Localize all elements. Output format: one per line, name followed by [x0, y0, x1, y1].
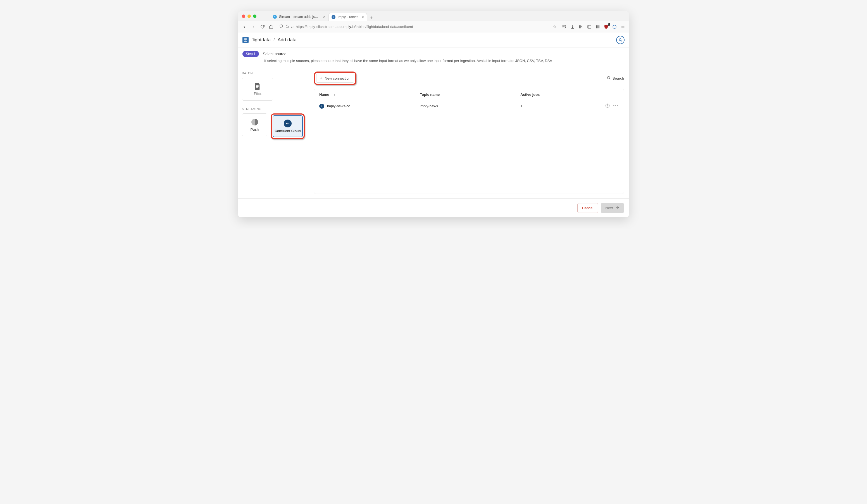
cancel-label: Cancel [582, 206, 593, 210]
window-minimize-button[interactable] [247, 14, 251, 18]
svg-rect-22 [287, 123, 288, 124]
browser-tab-active[interactable]: ➜ Imply - Tables × [329, 13, 367, 21]
new-connection-button[interactable]: + New connection [316, 74, 354, 83]
svg-rect-29 [322, 106, 322, 107]
svg-rect-4 [588, 25, 591, 28]
svg-rect-14 [244, 38, 247, 41]
col-topic-header[interactable]: Topic name [420, 93, 520, 97]
step-chip: Step 1 [243, 51, 259, 57]
batch-section-label: BATCH [242, 72, 305, 75]
step-bar: Step 1 Select source If selecting multip… [238, 47, 629, 67]
confluent-highlight: Confluent Cloud [271, 114, 305, 139]
svg-line-26 [609, 78, 610, 79]
shield-badge: 1 [608, 23, 610, 26]
info-icon[interactable] [605, 103, 610, 109]
url-text: https://imply-clickstream.app.imply.io/t… [296, 24, 413, 29]
step-title: Select source [263, 52, 287, 56]
extension-grid-icon[interactable] [595, 24, 600, 30]
svg-rect-20 [256, 87, 258, 88]
row-topic: imply-news [420, 104, 520, 108]
search-button[interactable]: Search [607, 76, 624, 81]
tab-label: Stream · stream-adsb-json [Dec [279, 15, 320, 19]
main: BATCH Files STREAMING Push [238, 67, 629, 199]
row-name: imply-news-cc [327, 104, 350, 108]
footer: Cancel Next [238, 199, 629, 217]
app-header: flightdata / Add data [238, 32, 629, 47]
ublock-shield-icon[interactable]: 1 [603, 24, 609, 30]
source-push-label: Push [250, 128, 259, 131]
settings-toggle-icon: ⇄ [291, 25, 293, 29]
tab-favicon-icon: ✕ [273, 15, 277, 19]
push-swirl-icon [251, 118, 259, 126]
sidebar-toggle-icon[interactable] [587, 24, 592, 30]
row-jobs: 1 [520, 104, 599, 108]
table-row[interactable]: imply-news-cc imply-news 1 ••• [314, 100, 624, 112]
new-connection-highlight: + New connection [314, 72, 356, 85]
search-label: Search [612, 76, 624, 81]
downloads-icon[interactable] [570, 24, 575, 30]
browser-tabs: ✕ Stream · stream-adsb-json [Dec × ➜ Imp… [270, 11, 376, 21]
svg-rect-28 [321, 106, 322, 107]
traffic-lights [242, 14, 256, 18]
tab-favicon-icon: ➜ [332, 15, 335, 19]
confluent-row-icon [319, 104, 324, 109]
breadcrumb: flightdata / Add data [243, 37, 297, 43]
source-confluent-label: Confluent Cloud [275, 129, 301, 133]
source-sidebar: BATCH Files STREAMING Push [238, 67, 309, 199]
svg-point-17 [620, 38, 621, 40]
new-tab-button[interactable]: + [367, 15, 376, 21]
browser-window: ✕ Stream · stream-adsb-json [Dec × ➜ Imp… [238, 11, 629, 217]
user-avatar[interactable] [616, 36, 624, 44]
window-close-button[interactable] [242, 14, 245, 18]
shield-icon [279, 24, 283, 29]
svg-rect-19 [256, 86, 259, 87]
svg-line-3 [581, 26, 582, 28]
content-pane: + New connection Search Name ↑ [309, 67, 629, 199]
breadcrumb-page: Add data [278, 37, 297, 43]
library-icon[interactable] [578, 24, 584, 30]
svg-rect-0 [286, 26, 289, 28]
svg-rect-18 [256, 85, 259, 86]
back-button[interactable] [241, 24, 247, 30]
svg-rect-24 [289, 124, 289, 124]
source-confluent-card[interactable]: Confluent Cloud [272, 115, 303, 137]
sort-asc-icon: ↑ [333, 93, 335, 97]
tab-close-icon[interactable]: × [362, 15, 364, 19]
plus-icon: + [320, 76, 322, 81]
svg-rect-27 [321, 106, 321, 107]
svg-point-32 [608, 105, 608, 105]
source-push-card[interactable]: Push [242, 114, 267, 136]
extension-icon[interactable] [612, 24, 617, 30]
cancel-button[interactable]: Cancel [577, 203, 598, 213]
table-header: Name ↑ Topic name Active jobs [314, 89, 624, 100]
tab-close-icon[interactable]: × [323, 14, 325, 19]
window-maximize-button[interactable] [253, 14, 256, 18]
next-label: Next [605, 206, 613, 210]
step-description: If selecting multiple sources, please en… [264, 59, 624, 63]
next-button[interactable]: Next [601, 203, 624, 213]
bookmark-star-icon[interactable]: ☆ [553, 24, 556, 29]
reload-button[interactable] [259, 24, 265, 30]
confluent-icon [284, 120, 292, 127]
svg-point-25 [607, 77, 610, 79]
streaming-section-label: STREAMING [242, 107, 305, 111]
file-icon [254, 83, 261, 90]
connections-table: Name ↑ Topic name Active jobs imply-news… [314, 89, 624, 194]
url-field[interactable]: ⇄ https://imply-clickstream.app.imply.io… [277, 23, 559, 31]
arrow-right-icon [615, 205, 620, 211]
svg-rect-23 [288, 123, 289, 124]
more-icon[interactable]: ••• [613, 103, 619, 109]
col-jobs-header[interactable]: Active jobs [520, 93, 599, 97]
col-name-header[interactable]: Name [319, 93, 329, 97]
breadcrumb-table[interactable]: flightdata [251, 37, 271, 43]
titlebar: ✕ Stream · stream-adsb-json [Dec × ➜ Imp… [238, 11, 629, 21]
browser-tab-inactive[interactable]: ✕ Stream · stream-adsb-json [Dec × [270, 13, 329, 21]
breadcrumb-separator: / [274, 37, 275, 43]
url-bar: ⇄ https://imply-clickstream.app.imply.io… [238, 21, 629, 32]
source-files-card[interactable]: Files [242, 78, 273, 100]
forward-button[interactable] [250, 24, 256, 30]
home-button[interactable] [268, 24, 274, 30]
svg-point-10 [613, 25, 616, 29]
pocket-icon[interactable] [561, 24, 567, 30]
hamburger-menu-icon[interactable] [620, 24, 626, 30]
